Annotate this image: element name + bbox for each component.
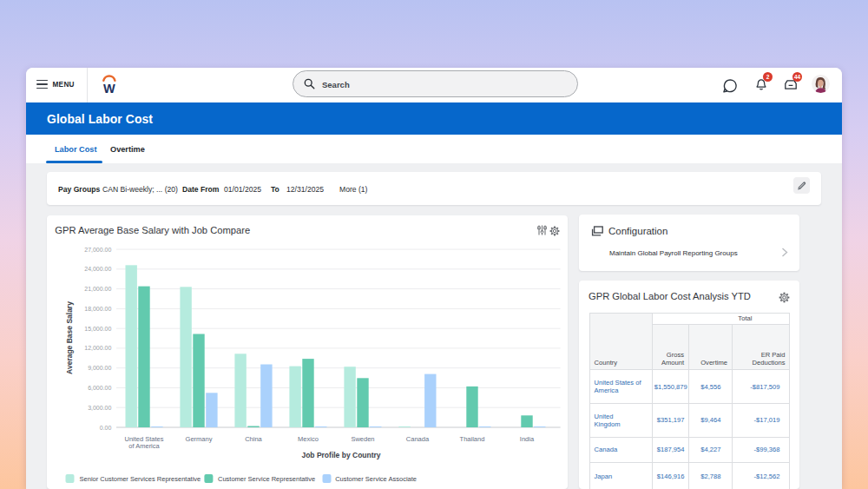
svg-text:Job Profile by Country: Job Profile by Country [301, 451, 380, 459]
svg-text:Germany: Germany [186, 435, 213, 443]
svg-text:27,000.00: 27,000.00 [84, 247, 111, 253]
svg-text:of America: of America [128, 442, 160, 450]
svg-text:United States: United States [124, 435, 163, 443]
svg-text:Average Base Salary: Average Base Salary [65, 301, 74, 374]
svg-text:Mexico: Mexico [298, 435, 319, 443]
svg-text:6,000.00: 6,000.00 [88, 385, 111, 391]
svg-text:3,000.00: 3,000.00 [88, 405, 111, 411]
svg-text:Customer Service Representativ: Customer Service Representative [218, 475, 315, 483]
svg-text:15,000.00: 15,000.00 [84, 326, 111, 332]
svg-text:12,000.00: 12,000.00 [84, 345, 111, 351]
svg-text:Canada: Canada [406, 435, 430, 443]
svg-text:9,000.00: 9,000.00 [88, 365, 111, 371]
svg-text:W: W [103, 82, 115, 95]
svg-text:India: India [520, 435, 535, 443]
svg-text:24,000.00: 24,000.00 [84, 266, 111, 272]
svg-text:Customer Service Associate: Customer Service Associate [335, 475, 417, 483]
svg-text:Senior Customer Services Repre: Senior Customer Services Representative [80, 475, 201, 483]
svg-text:0.00: 0.00 [100, 425, 112, 431]
svg-text:21,000.00: 21,000.00 [84, 286, 111, 292]
svg-text:18,000.00: 18,000.00 [84, 306, 111, 312]
svg-text:China: China [245, 435, 262, 443]
svg-text:Thailand: Thailand [460, 435, 485, 443]
svg-text:Sweden: Sweden [351, 435, 374, 443]
